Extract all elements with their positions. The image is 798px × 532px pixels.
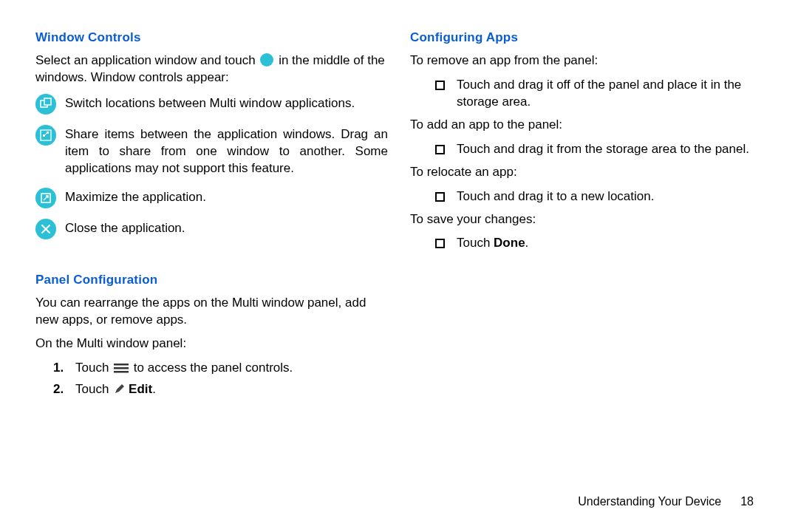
control-text-close: Close the application. [65,219,388,237]
pencil-icon [114,383,126,400]
intro-text-a: Select an application window and touch [35,53,259,67]
step-1-b: to access the panel controls. [130,361,293,375]
remove-bullet: Touch and drag it off of the panel and p… [435,77,763,111]
svg-rect-8 [114,371,129,373]
step-1-a: Touch [75,361,112,375]
maximize-icon [35,188,56,208]
svg-rect-6 [114,364,129,366]
svg-rect-7 [114,367,129,369]
add-intro: To add an app to the panel: [410,117,763,134]
step-2-a: Touch [75,382,112,396]
step-2-c: . [152,382,156,396]
add-bullet-text: Touch and drag it from the storage area … [457,141,749,158]
add-bullet: Touch and drag it from the storage area … [435,141,763,158]
relocate-bullet: Touch and drag it to a new location. [435,188,763,205]
save-b: Done [494,236,525,250]
save-a: Touch [457,236,494,250]
square-bullet-icon [435,145,445,154]
page-footer: Understanding Your Device18 [578,495,754,508]
svg-rect-4 [47,132,49,134]
relocate-bullet-text: Touch and drag it to a new location. [457,188,654,205]
heading-panel-configuration: Panel Configuration [35,272,388,289]
right-column: Configuring Apps To remove an app from t… [410,30,763,403]
step-2-b: Edit [129,382,152,396]
save-intro: To save your changes: [410,211,763,228]
step-number-2: 2. [53,381,69,400]
footer-section: Understanding Your Device [578,495,721,508]
share-items-icon [35,125,56,146]
close-icon [35,219,56,239]
svg-rect-3 [43,134,45,137]
control-row-maximize: Maximize the application. [35,188,388,208]
step-number-1: 1. [53,360,69,378]
square-bullet-icon [435,81,445,90]
handle-dot-icon [260,53,273,66]
step-2-body: Touch Edit. [75,381,388,400]
window-controls-intro: Select an application window and touch i… [35,52,388,86]
relocate-intro: To relocate an app: [410,164,763,181]
two-column-layout: Window Controls Select an application wi… [35,30,763,403]
remove-bullet-text: Touch and drag it off of the panel and p… [457,77,763,111]
svg-rect-1 [44,98,51,105]
panel-config-sub: On the Multi window panel: [35,335,388,352]
heading-window-controls: Window Controls [35,30,388,47]
control-text-switch: Switch locations between Multi window ap… [65,94,388,112]
control-row-close: Close the application. [35,219,388,239]
step-1: 1. Touch to access the panel controls. [53,360,388,378]
step-1-body: Touch to access the panel controls. [75,360,388,378]
svg-rect-2 [41,130,51,140]
switch-windows-icon [35,94,56,115]
save-bullet: Touch Done. [435,235,763,252]
document-page: Window Controls Select an application wi… [0,0,798,532]
left-column: Window Controls Select an application wi… [35,30,388,403]
remove-intro: To remove an app from the panel: [410,52,763,69]
menu-icon [114,361,129,378]
save-bullet-text: Touch Done. [457,235,528,252]
panel-config-intro: You can rearrange the apps on the Multi … [35,295,388,329]
step-2: 2. Touch Edit. [53,381,388,400]
control-text-maximize: Maximize the application. [65,188,388,206]
square-bullet-icon [435,239,445,248]
control-row-share: Share items between the application wind… [35,125,388,177]
save-c: . [525,236,529,250]
control-row-switch: Switch locations between Multi window ap… [35,94,388,115]
footer-page-number: 18 [740,495,754,508]
heading-configuring-apps: Configuring Apps [410,30,763,47]
control-text-share: Share items between the application wind… [65,125,388,177]
square-bullet-icon [435,192,445,202]
